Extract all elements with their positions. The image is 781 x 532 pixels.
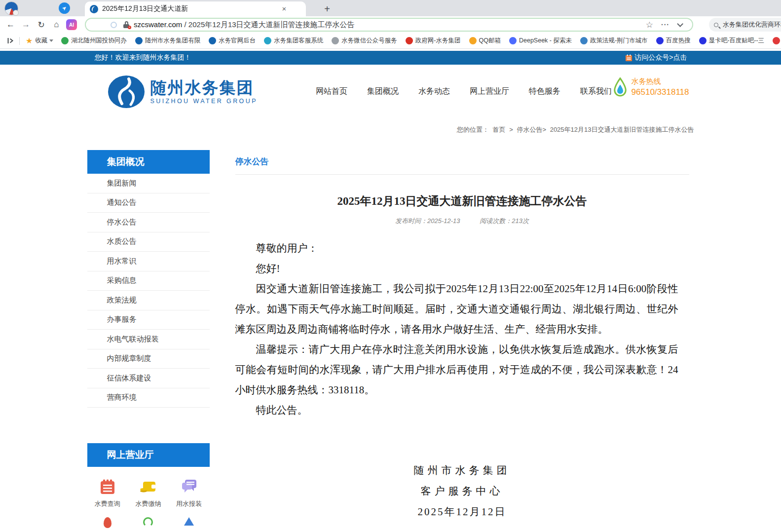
bookmark-item[interactable]: DeepSeek - 探索未 xyxy=(509,37,572,45)
hotline-number: 96510/3318118 xyxy=(632,87,689,97)
sidebar-menu-item[interactable]: 水质公告 xyxy=(87,232,210,252)
article-paragraph: 尊敬的用户： xyxy=(235,238,678,259)
sidebar-menu-item[interactable]: 内部规章制度 xyxy=(87,349,210,369)
favorites-star-icon[interactable]: ★ xyxy=(26,36,33,45)
browser-app-icon[interactable] xyxy=(4,1,18,15)
article-paragraph: 温馨提示：请广大用户在停水时注意关闭用水设施，以免供水恢复后造成跑水。供水恢复后… xyxy=(235,340,678,400)
progress-ring-partial-icon[interactable] xyxy=(143,517,153,527)
service-label: 水费查询 xyxy=(95,499,120,508)
new-tab-button[interactable]: + xyxy=(321,3,334,16)
reload-icon[interactable]: ↻ xyxy=(34,18,48,32)
extension-dimmed-icon[interactable] xyxy=(111,22,117,28)
bookmark-item[interactable]: 政策法规-荆门市城市 xyxy=(580,37,648,45)
calendar-icon xyxy=(625,54,632,62)
quick-search-box[interactable]: 水务集团优化营商环境创 xyxy=(709,18,781,32)
hotline-label: 水务热线 xyxy=(632,77,689,86)
bookmark-favicon xyxy=(699,37,707,44)
bookmark-favicon xyxy=(580,37,588,44)
nav-item[interactable]: 联系我们 xyxy=(580,86,612,97)
bookmark-item[interactable]: 湖北随州国投协同办 xyxy=(61,37,127,45)
bookmark-label: DeepSeek - 探索未 xyxy=(519,37,572,45)
ai-assistant-icon[interactable]: AI xyxy=(66,19,77,30)
bookmark-favicon xyxy=(264,37,271,44)
publish-date: 发布时间：2025-12-13 xyxy=(395,217,460,225)
bookmark-label: 显卡吧-百度贴吧--三 xyxy=(709,37,765,45)
wechat-official-link[interactable]: 访问公众号>点击 xyxy=(625,53,687,62)
bookmarks-bar: ★ 收藏 湖北随州国投协同办 随州市水务集团有限 水务官网后台 xyxy=(0,33,781,49)
back-icon[interactable]: ← xyxy=(3,18,18,32)
bookmark-favicon xyxy=(773,37,780,44)
tab-favicon-water-icon xyxy=(90,5,98,13)
site-logo[interactable]: 随州水务集团 SUIZHOU WATER GROUP xyxy=(107,75,258,109)
url-host: szcswater.com xyxy=(134,20,182,29)
side-panel-toggle-icon[interactable] xyxy=(7,37,14,44)
browser-toolbar: ← → ↻ ⌂ AI × szcswater.com / 2025年12月13日… xyxy=(0,16,781,33)
nav-item[interactable]: 网站首页 xyxy=(316,86,347,97)
bookmark-item[interactable]: 公文宝 xyxy=(773,37,781,45)
nav-item[interactable]: 水务动态 xyxy=(418,86,450,97)
more-options-icon[interactable]: ··· xyxy=(661,21,669,29)
bookmark-item[interactable]: QQ邮箱 xyxy=(469,37,501,45)
forward-icon[interactable]: → xyxy=(19,18,33,32)
sidebar: 集团概况 集团新闻通知公告停水公告水质公告用水常识采购信息政策法规办事服务水电气… xyxy=(87,150,210,528)
sidebar-menu-item[interactable]: 政策法规 xyxy=(87,291,210,310)
bookmark-item[interactable]: 随州市水务集团有限 xyxy=(135,37,201,45)
article-paragraph: 特此公告。 xyxy=(235,400,678,420)
bookmark-item[interactable]: 显卡吧-百度贴吧--三 xyxy=(699,37,765,45)
sidebar-menu-item[interactable]: 通知公告 xyxy=(87,193,210,213)
site-security-icon[interactable]: × xyxy=(123,21,130,28)
paper-plane-icon[interactable]: ➤ xyxy=(59,2,70,14)
view-count: 阅读次数：213次 xyxy=(480,217,529,225)
service-water-fee-pay[interactable]: 水费缴纳 xyxy=(128,478,169,508)
signature-line: 2025年12月12日 xyxy=(235,501,689,522)
breadcrumb-section-link[interactable]: 停水公告> xyxy=(517,126,546,133)
bookmark-favicon xyxy=(135,37,143,44)
service-water-install[interactable]: 用水报装 xyxy=(169,478,210,508)
sidebar-menu-item[interactable]: 用水常识 xyxy=(87,252,210,271)
bookmark-item[interactable]: 水务集团客服系统 xyxy=(264,37,323,45)
browser-tab[interactable]: 2025年12月13日交通大道新 × xyxy=(85,1,306,16)
sidebar-menu-item[interactable]: 办事服务 xyxy=(87,310,210,330)
bookmark-item[interactable]: 百度热搜 xyxy=(656,37,691,45)
nav-item[interactable]: 特色服务 xyxy=(529,86,560,97)
bookmark-label: 水务微信公众号服务 xyxy=(341,37,397,45)
bookmark-label: 湖北随州国投协同办 xyxy=(71,37,127,45)
service-label: 用水报装 xyxy=(176,499,202,508)
sidebar-menu-item[interactable]: 征信体系建设 xyxy=(87,369,210,388)
search-icon xyxy=(714,23,718,27)
sidebar-menu-item[interactable]: 水电气联动报装 xyxy=(87,330,210,349)
sidebar-menu-item[interactable]: 集团新闻 xyxy=(87,174,210,193)
chevron-down-icon[interactable] xyxy=(677,21,683,27)
main-nav: 网站首页集团概况水务动态网上营业厅特色服务联系我们 xyxy=(316,86,612,97)
favorites-label[interactable]: 收藏 xyxy=(35,37,47,45)
bookmark-item[interactable]: 水务官网后台 xyxy=(209,37,256,45)
bookmark-item[interactable]: 水务微信公众号服务 xyxy=(332,37,397,45)
chat-bubbles-icon xyxy=(180,478,198,495)
sidebar-menu-item[interactable]: 采购信息 xyxy=(87,271,210,291)
water-drop-partial-icon[interactable] xyxy=(104,517,112,528)
service-label: 水费缴纳 xyxy=(135,499,161,508)
tab-close-icon[interactable]: × xyxy=(280,4,289,13)
favorites-caret-icon[interactable] xyxy=(49,39,53,42)
sidebar-menu: 集团新闻通知公告停水公告水质公告用水常识采购信息政策法规办事服务水电气联动报装内… xyxy=(87,174,210,408)
article-paragraph: 因交通大道新旧管连接施工，我公司拟于2025年12月13日22:00至2025年… xyxy=(235,279,678,340)
triangle-partial-icon[interactable] xyxy=(184,517,194,526)
welcome-text: 您好！欢迎来到随州水务集团！ xyxy=(95,53,191,62)
bookmark-label: 水务官网后台 xyxy=(219,37,256,45)
sidebar-menu-item[interactable]: 营商环境 xyxy=(87,388,210,408)
bookmark-label: QQ邮箱 xyxy=(479,37,501,45)
bookmark-item[interactable]: 政府网-水务集团 xyxy=(406,37,461,45)
breadcrumb-home-link[interactable]: 首页 xyxy=(493,126,506,133)
bookmark-star-icon[interactable]: ☆ xyxy=(646,20,653,30)
sidebar-menu-item[interactable]: 停水公告 xyxy=(87,213,210,232)
wallet-icon xyxy=(139,478,157,495)
browser-chrome: ➤ 2025年12月13日交通大道新 × + ← → ↻ ⌂ AI × szcs… xyxy=(0,0,781,49)
service-water-fee-query[interactable]: 水费查询 xyxy=(87,478,128,508)
address-bar[interactable]: × szcswater.com / 2025年12月13日交通大道新旧管连接施工… xyxy=(85,18,693,32)
bookmark-favicon xyxy=(209,37,216,44)
site-topbar: 您好！欢迎来到随州水务集团！ 访问公众号>点击 xyxy=(0,51,781,65)
home-icon[interactable]: ⌂ xyxy=(49,18,64,32)
nav-item[interactable]: 集团概况 xyxy=(367,86,399,97)
nav-item[interactable]: 网上营业厅 xyxy=(470,86,509,97)
hotline-block: 水务热线 96510/3318118 xyxy=(613,76,689,97)
